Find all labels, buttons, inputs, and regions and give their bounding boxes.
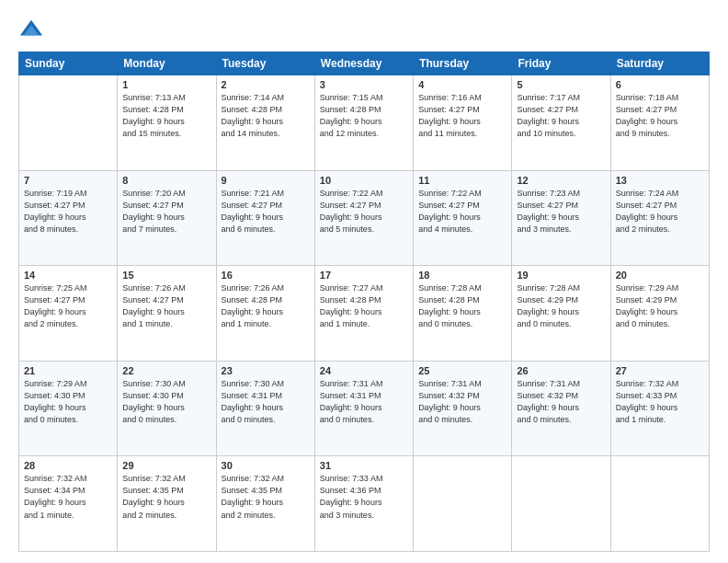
day-info: Sunrise: 7:22 AM Sunset: 4:27 PM Dayligh… (320, 188, 408, 236)
calendar-cell: 5Sunrise: 7:17 AM Sunset: 4:27 PM Daylig… (512, 75, 610, 171)
calendar-cell: 19Sunrise: 7:28 AM Sunset: 4:29 PM Dayli… (512, 266, 610, 362)
day-number: 14 (24, 270, 112, 281)
day-number: 30 (222, 460, 310, 471)
day-number: 12 (517, 175, 605, 186)
calendar-cell: 16Sunrise: 7:26 AM Sunset: 4:28 PM Dayli… (216, 266, 314, 362)
calendar-cell: 24Sunrise: 7:31 AM Sunset: 4:31 PM Dayli… (314, 361, 413, 456)
logo-icon (18, 17, 44, 42)
calendar-cell: 9Sunrise: 7:21 AM Sunset: 4:27 PM Daylig… (216, 170, 314, 266)
day-info: Sunrise: 7:32 AM Sunset: 4:35 PM Dayligh… (222, 473, 310, 521)
day-info: Sunrise: 7:32 AM Sunset: 4:35 PM Dayligh… (122, 473, 210, 521)
day-info: Sunrise: 7:31 AM Sunset: 4:32 PM Dayligh… (418, 378, 506, 426)
calendar-header-thursday: Thursday (414, 52, 512, 75)
day-info: Sunrise: 7:28 AM Sunset: 4:28 PM Dayligh… (418, 282, 506, 330)
day-info: Sunrise: 7:15 AM Sunset: 4:28 PM Dayligh… (320, 92, 408, 140)
day-info: Sunrise: 7:18 AM Sunset: 4:27 PM Dayligh… (616, 92, 704, 140)
day-number: 11 (418, 175, 506, 186)
day-number: 13 (616, 175, 704, 186)
calendar-cell: 29Sunrise: 7:32 AM Sunset: 4:35 PM Dayli… (118, 456, 216, 552)
calendar-cell: 8Sunrise: 7:20 AM Sunset: 4:27 PM Daylig… (118, 170, 216, 266)
calendar-cell: 10Sunrise: 7:22 AM Sunset: 4:27 PM Dayli… (314, 170, 413, 266)
calendar-cell: 28Sunrise: 7:32 AM Sunset: 4:34 PM Dayli… (19, 456, 118, 552)
day-info: Sunrise: 7:25 AM Sunset: 4:27 PM Dayligh… (24, 282, 112, 330)
calendar-cell: 31Sunrise: 7:33 AM Sunset: 4:36 PM Dayli… (314, 456, 413, 552)
calendar-cell: 23Sunrise: 7:30 AM Sunset: 4:31 PM Dayli… (216, 361, 314, 456)
day-number: 8 (122, 175, 210, 186)
calendar-table: SundayMondayTuesdayWednesdayThursdayFrid… (18, 52, 710, 552)
day-info: Sunrise: 7:26 AM Sunset: 4:28 PM Dayligh… (222, 282, 310, 330)
day-number: 29 (122, 460, 210, 471)
calendar-cell: 11Sunrise: 7:22 AM Sunset: 4:27 PM Dayli… (414, 170, 512, 266)
calendar-cell: 15Sunrise: 7:26 AM Sunset: 4:27 PM Dayli… (118, 266, 216, 362)
day-number: 26 (517, 365, 605, 376)
day-number: 22 (122, 365, 210, 376)
day-number: 9 (222, 175, 310, 186)
calendar-cell (19, 75, 118, 171)
calendar-cell: 26Sunrise: 7:31 AM Sunset: 4:32 PM Dayli… (512, 361, 610, 456)
day-info: Sunrise: 7:13 AM Sunset: 4:28 PM Dayligh… (122, 92, 210, 140)
calendar-week-1: 1Sunrise: 7:13 AM Sunset: 4:28 PM Daylig… (19, 75, 710, 171)
header (18, 17, 710, 42)
calendar-cell: 25Sunrise: 7:31 AM Sunset: 4:32 PM Dayli… (414, 361, 512, 456)
calendar-week-2: 7Sunrise: 7:19 AM Sunset: 4:27 PM Daylig… (19, 170, 710, 266)
calendar-cell: 1Sunrise: 7:13 AM Sunset: 4:28 PM Daylig… (118, 75, 216, 171)
calendar-cell: 27Sunrise: 7:32 AM Sunset: 4:33 PM Dayli… (610, 361, 709, 456)
day-number: 4 (418, 79, 506, 90)
calendar-cell: 13Sunrise: 7:24 AM Sunset: 4:27 PM Dayli… (610, 170, 709, 266)
day-info: Sunrise: 7:31 AM Sunset: 4:32 PM Dayligh… (517, 378, 605, 426)
day-number: 28 (24, 460, 112, 471)
day-number: 16 (222, 270, 310, 281)
calendar-cell (512, 456, 610, 552)
day-info: Sunrise: 7:17 AM Sunset: 4:27 PM Dayligh… (517, 92, 605, 140)
calendar-header-row: SundayMondayTuesdayWednesdayThursdayFrid… (19, 52, 710, 75)
day-number: 2 (222, 79, 310, 90)
day-info: Sunrise: 7:24 AM Sunset: 4:27 PM Dayligh… (616, 188, 704, 236)
calendar-week-3: 14Sunrise: 7:25 AM Sunset: 4:27 PM Dayli… (19, 266, 710, 362)
day-info: Sunrise: 7:26 AM Sunset: 4:27 PM Dayligh… (122, 282, 210, 330)
day-info: Sunrise: 7:32 AM Sunset: 4:33 PM Dayligh… (616, 378, 704, 426)
day-number: 6 (616, 79, 704, 90)
day-info: Sunrise: 7:22 AM Sunset: 4:27 PM Dayligh… (418, 188, 506, 236)
calendar-header-saturday: Saturday (610, 52, 709, 75)
day-info: Sunrise: 7:21 AM Sunset: 4:27 PM Dayligh… (222, 188, 310, 236)
calendar-cell: 3Sunrise: 7:15 AM Sunset: 4:28 PM Daylig… (314, 75, 413, 171)
day-info: Sunrise: 7:28 AM Sunset: 4:29 PM Dayligh… (517, 282, 605, 330)
day-info: Sunrise: 7:29 AM Sunset: 4:30 PM Dayligh… (24, 378, 112, 426)
calendar-cell: 14Sunrise: 7:25 AM Sunset: 4:27 PM Dayli… (19, 266, 118, 362)
day-number: 17 (320, 270, 408, 281)
day-number: 7 (24, 175, 112, 186)
day-number: 18 (418, 270, 506, 281)
day-number: 5 (517, 79, 605, 90)
calendar-cell (414, 456, 512, 552)
calendar-cell: 18Sunrise: 7:28 AM Sunset: 4:28 PM Dayli… (414, 266, 512, 362)
calendar-header-sunday: Sunday (19, 52, 118, 75)
day-info: Sunrise: 7:29 AM Sunset: 4:29 PM Dayligh… (616, 282, 704, 330)
calendar-header-monday: Monday (118, 52, 216, 75)
day-number: 24 (320, 365, 408, 376)
calendar-week-4: 21Sunrise: 7:29 AM Sunset: 4:30 PM Dayli… (19, 361, 710, 456)
calendar-cell: 7Sunrise: 7:19 AM Sunset: 4:27 PM Daylig… (19, 170, 118, 266)
calendar-cell (610, 456, 709, 552)
day-number: 3 (320, 79, 408, 90)
calendar-cell: 22Sunrise: 7:30 AM Sunset: 4:30 PM Dayli… (118, 361, 216, 456)
day-info: Sunrise: 7:27 AM Sunset: 4:28 PM Dayligh… (320, 282, 408, 330)
day-number: 27 (616, 365, 704, 376)
day-number: 20 (616, 270, 704, 281)
day-info: Sunrise: 7:14 AM Sunset: 4:28 PM Dayligh… (222, 92, 310, 140)
day-info: Sunrise: 7:32 AM Sunset: 4:34 PM Dayligh… (24, 473, 112, 521)
calendar-week-5: 28Sunrise: 7:32 AM Sunset: 4:34 PM Dayli… (19, 456, 710, 552)
calendar-cell: 20Sunrise: 7:29 AM Sunset: 4:29 PM Dayli… (610, 266, 709, 362)
day-info: Sunrise: 7:30 AM Sunset: 4:30 PM Dayligh… (122, 378, 210, 426)
day-number: 25 (418, 365, 506, 376)
day-info: Sunrise: 7:33 AM Sunset: 4:36 PM Dayligh… (320, 473, 408, 521)
day-number: 21 (24, 365, 112, 376)
calendar-cell: 30Sunrise: 7:32 AM Sunset: 4:35 PM Dayli… (216, 456, 314, 552)
calendar-header-tuesday: Tuesday (216, 52, 314, 75)
calendar-header-friday: Friday (512, 52, 610, 75)
logo (18, 17, 48, 42)
calendar-cell: 4Sunrise: 7:16 AM Sunset: 4:27 PM Daylig… (414, 75, 512, 171)
day-number: 10 (320, 175, 408, 186)
day-number: 31 (320, 460, 408, 471)
calendar-cell: 12Sunrise: 7:23 AM Sunset: 4:27 PM Dayli… (512, 170, 610, 266)
day-info: Sunrise: 7:30 AM Sunset: 4:31 PM Dayligh… (222, 378, 310, 426)
